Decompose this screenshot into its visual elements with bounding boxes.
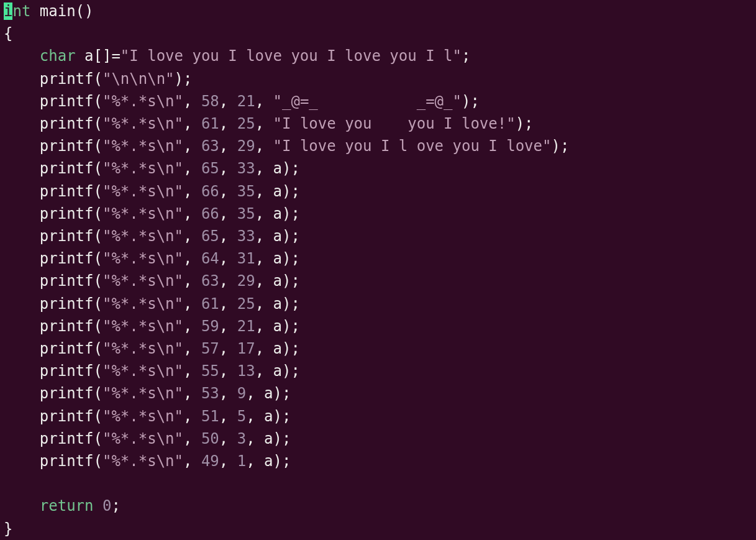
string-literal: "%*.*s\n" [102,93,183,110]
code-line: printf("%*.*s\n", 65, 33, a); [4,160,300,177]
code-line: return 0; [4,497,121,515]
number-literal: 29 [237,272,255,290]
function-printf: printf [40,93,94,110]
number-literal: 21 [237,318,255,335]
function-printf: printf [40,362,94,380]
string-literal: "%*.*s\n" [102,205,183,222]
variable-a: a [264,452,273,470]
number-literal: 5 [237,408,246,425]
number-literal: 63 [201,272,219,290]
code-editor[interactable]: int main() { char a[]="I love you I love… [0,0,756,540]
string-literal: "I love you I love you I love you I l" [121,47,462,65]
variable-a: a [273,183,282,200]
number-literal: 59 [201,318,219,335]
code-line: { [4,25,12,42]
number-literal: 33 [237,160,255,177]
keyword-char: char [40,47,76,65]
string-literal: "%*.*s\n" [102,115,183,132]
number-literal: 61 [201,115,219,132]
code-line: int main() [4,2,94,20]
number-literal: 17 [237,340,255,357]
function-printf: printf [40,137,94,155]
number-literal: 66 [201,183,219,200]
code-line: printf("%*.*s\n", 64, 31, a); [4,250,300,267]
number-literal: 29 [237,137,255,155]
number-literal: 33 [237,227,255,245]
number-literal: 9 [237,385,246,402]
number-literal: 53 [201,385,219,402]
variable-a: a [273,362,282,380]
variable-a: a [273,250,282,267]
string-literal: "%*.*s\n" [102,385,183,402]
string-literal: "%*.*s\n" [102,430,183,447]
function-printf: printf [40,115,94,132]
function-printf: printf [40,430,94,447]
number-literal: 61 [201,295,219,313]
variable-a: a [273,160,282,177]
number-literal: 49 [201,452,219,470]
brace-open: { [4,25,12,42]
code-line: printf("%*.*s\n", 58, 21, "_@=_ _=@_"); [4,93,480,110]
code-line: printf("%*.*s\n", 55, 13, a); [4,362,300,380]
string-literal: "_@=_ _=@_" [273,93,462,110]
number-literal: 3 [237,430,246,447]
function-printf: printf [40,183,94,200]
function-printf: printf [40,452,94,470]
keyword-return: return [40,497,94,515]
number-literal: 35 [237,205,255,222]
code-line: printf("%*.*s\n", 61, 25, a); [4,295,300,313]
number-literal: 55 [201,362,219,380]
variable-a: a [273,318,282,335]
variable-a: a [84,47,93,65]
code-line: printf("%*.*s\n", 66, 35, a); [4,205,300,222]
number-literal: 25 [237,295,255,313]
number-literal: 63 [201,137,219,155]
cursor: i [4,2,12,20]
string-literal: "I love you I l ove you I love" [273,137,552,155]
number-literal: 13 [237,362,255,380]
variable-a: a [273,205,282,222]
variable-a: a [264,385,273,402]
variable-a: a [273,340,282,357]
string-literal: "%*.*s\n" [102,160,183,177]
number-literal: 65 [201,227,219,245]
number-literal: 65 [201,160,219,177]
string-literal: "%*.*s\n" [102,137,183,155]
number-literal: 25 [237,115,255,132]
string-literal: "\n\n\n" [102,70,175,88]
code-line: printf("%*.*s\n", 66, 35, a); [4,183,300,200]
code-line: printf("%*.*s\n", 63, 29, a); [4,272,300,290]
function-printf: printf [40,385,94,402]
string-literal: "%*.*s\n" [102,227,183,245]
string-literal: "%*.*s\n" [102,340,183,357]
code-line: printf("%*.*s\n", 49, 1, a); [4,452,291,470]
code-line: printf("\n\n\n"); [4,70,192,88]
function-printf: printf [40,250,94,267]
string-literal: "%*.*s\n" [102,408,183,425]
variable-a: a [273,272,282,290]
function-printf: printf [40,70,94,88]
code-line: printf("%*.*s\n", 63, 29, "I love you I … [4,137,569,155]
string-literal: "%*.*s\n" [102,295,183,313]
code-line: } [4,520,12,538]
number-literal: 66 [201,205,219,222]
string-literal: "%*.*s\n" [102,318,183,335]
code-line: printf("%*.*s\n", 65, 33, a); [4,227,300,245]
string-literal: "%*.*s\n" [102,183,183,200]
function-printf: printf [40,205,94,222]
number-literal: 51 [201,408,219,425]
number-literal: 50 [201,430,219,447]
number-literal: 0 [102,497,111,515]
number-literal: 57 [201,340,219,357]
string-literal: "%*.*s\n" [102,272,183,290]
string-literal: "%*.*s\n" [102,362,183,380]
function-main: main [40,2,76,20]
variable-a: a [273,227,282,245]
function-printf: printf [40,227,94,245]
function-printf: printf [40,408,94,425]
code-line: printf("%*.*s\n", 61, 25, "I love you yo… [4,115,534,132]
variable-a: a [264,408,273,425]
code-line: printf("%*.*s\n", 59, 21, a); [4,318,300,335]
number-literal: 31 [237,250,255,267]
function-printf: printf [40,160,94,177]
